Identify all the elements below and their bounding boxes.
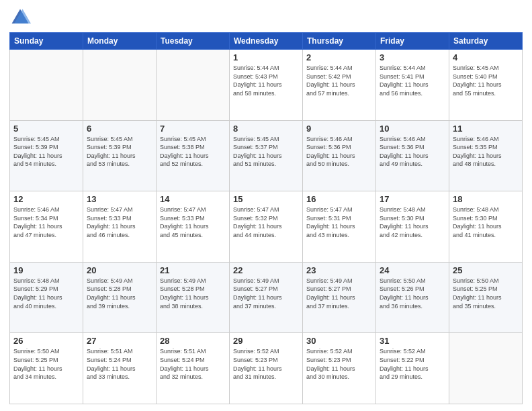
- calendar-cell: 26Sunrise: 5:50 AM Sunset: 5:25 PM Dayli…: [10, 333, 83, 404]
- day-info: Sunrise: 5:45 AM Sunset: 5:40 PM Dayligh…: [453, 64, 519, 97]
- calendar-cell: 10Sunrise: 5:46 AM Sunset: 5:36 PM Dayli…: [376, 120, 449, 191]
- day-number: 27: [87, 336, 152, 346]
- day-number: 2: [306, 52, 372, 62]
- page: SundayMondayTuesdayWednesdayThursdayFrid…: [0, 0, 532, 411]
- day-number: 26: [13, 336, 79, 346]
- day-info: Sunrise: 5:44 AM Sunset: 5:41 PM Dayligh…: [380, 64, 445, 97]
- day-info: Sunrise: 5:52 AM Sunset: 5:23 PM Dayligh…: [233, 347, 299, 381]
- calendar-cell: 1Sunrise: 5:44 AM Sunset: 5:43 PM Daylig…: [230, 50, 303, 121]
- day-info: Sunrise: 5:49 AM Sunset: 5:28 PM Dayligh…: [87, 277, 152, 310]
- day-number: 28: [160, 336, 226, 346]
- calendar-cell: 19Sunrise: 5:48 AM Sunset: 5:29 PM Dayli…: [10, 262, 83, 333]
- day-info: Sunrise: 5:47 AM Sunset: 5:31 PM Dayligh…: [306, 205, 372, 239]
- day-info: Sunrise: 5:45 AM Sunset: 5:39 PM Dayligh…: [13, 135, 79, 169]
- day-number: 25: [453, 265, 519, 275]
- day-info: Sunrise: 5:52 AM Sunset: 5:23 PM Dayligh…: [306, 347, 372, 381]
- day-number: 29: [233, 336, 299, 346]
- day-number: 17: [380, 194, 445, 204]
- calendar-cell: 30Sunrise: 5:52 AM Sunset: 5:23 PM Dayli…: [303, 333, 376, 404]
- day-info: Sunrise: 5:50 AM Sunset: 5:26 PM Dayligh…: [380, 277, 445, 310]
- day-number: 1: [233, 52, 299, 62]
- calendar-cell: [157, 50, 230, 121]
- calendar-cell: 6Sunrise: 5:45 AM Sunset: 5:39 PM Daylig…: [83, 120, 157, 191]
- calendar-cell: 27Sunrise: 5:51 AM Sunset: 5:24 PM Dayli…: [83, 333, 157, 404]
- day-info: Sunrise: 5:48 AM Sunset: 5:30 PM Dayligh…: [380, 205, 445, 239]
- col-header-tuesday: Tuesday: [157, 33, 230, 50]
- col-header-saturday: Saturday: [449, 33, 523, 50]
- calendar-cell: 31Sunrise: 5:52 AM Sunset: 5:22 PM Dayli…: [376, 333, 449, 404]
- day-info: Sunrise: 5:47 AM Sunset: 5:33 PM Dayligh…: [87, 205, 152, 239]
- calendar-cell: 2Sunrise: 5:44 AM Sunset: 5:42 PM Daylig…: [303, 50, 376, 121]
- day-number: 10: [380, 124, 445, 134]
- day-info: Sunrise: 5:48 AM Sunset: 5:30 PM Dayligh…: [453, 205, 519, 239]
- day-info: Sunrise: 5:49 AM Sunset: 5:27 PM Dayligh…: [233, 277, 299, 310]
- day-number: 3: [380, 52, 445, 62]
- day-number: 9: [306, 124, 372, 134]
- day-number: 16: [306, 194, 372, 204]
- day-info: Sunrise: 5:44 AM Sunset: 5:42 PM Dayligh…: [306, 64, 372, 97]
- day-number: 5: [13, 124, 79, 134]
- day-info: Sunrise: 5:45 AM Sunset: 5:39 PM Dayligh…: [87, 135, 152, 169]
- day-number: 21: [160, 265, 226, 275]
- calendar-cell: 28Sunrise: 5:51 AM Sunset: 5:24 PM Dayli…: [157, 333, 230, 404]
- day-info: Sunrise: 5:48 AM Sunset: 5:29 PM Dayligh…: [13, 277, 79, 310]
- calendar-cell: 12Sunrise: 5:46 AM Sunset: 5:34 PM Dayli…: [10, 191, 83, 263]
- day-number: 15: [233, 194, 299, 204]
- day-number: 18: [453, 194, 519, 204]
- day-number: 31: [380, 336, 445, 346]
- calendar-cell: 29Sunrise: 5:52 AM Sunset: 5:23 PM Dayli…: [230, 333, 303, 404]
- day-info: Sunrise: 5:52 AM Sunset: 5:22 PM Dayligh…: [380, 347, 445, 381]
- day-info: Sunrise: 5:46 AM Sunset: 5:36 PM Dayligh…: [380, 135, 445, 169]
- day-number: 19: [13, 265, 79, 275]
- calendar-cell: [10, 50, 83, 121]
- logo-icon: [9, 7, 31, 28]
- day-number: 23: [306, 265, 372, 275]
- calendar-cell: 9Sunrise: 5:46 AM Sunset: 5:36 PM Daylig…: [303, 120, 376, 191]
- calendar-cell: 4Sunrise: 5:45 AM Sunset: 5:40 PM Daylig…: [449, 50, 523, 121]
- day-info: Sunrise: 5:49 AM Sunset: 5:28 PM Dayligh…: [160, 277, 226, 310]
- day-info: Sunrise: 5:51 AM Sunset: 5:24 PM Dayligh…: [87, 347, 152, 381]
- calendar-cell: 5Sunrise: 5:45 AM Sunset: 5:39 PM Daylig…: [10, 120, 83, 191]
- day-info: Sunrise: 5:46 AM Sunset: 5:34 PM Dayligh…: [13, 205, 79, 239]
- calendar-cell: 22Sunrise: 5:49 AM Sunset: 5:27 PM Dayli…: [230, 262, 303, 333]
- calendar-cell: 20Sunrise: 5:49 AM Sunset: 5:28 PM Dayli…: [83, 262, 157, 333]
- day-number: 20: [87, 265, 152, 275]
- day-info: Sunrise: 5:49 AM Sunset: 5:27 PM Dayligh…: [306, 277, 372, 310]
- day-info: Sunrise: 5:44 AM Sunset: 5:43 PM Dayligh…: [233, 64, 299, 97]
- logo: [9, 7, 34, 28]
- calendar-cell: 8Sunrise: 5:45 AM Sunset: 5:37 PM Daylig…: [230, 120, 303, 191]
- col-header-friday: Friday: [376, 33, 449, 50]
- day-info: Sunrise: 5:47 AM Sunset: 5:33 PM Dayligh…: [160, 205, 226, 239]
- day-info: Sunrise: 5:47 AM Sunset: 5:32 PM Dayligh…: [233, 205, 299, 239]
- calendar-table: SundayMondayTuesdayWednesdayThursdayFrid…: [9, 32, 523, 404]
- day-info: Sunrise: 5:50 AM Sunset: 5:25 PM Dayligh…: [13, 347, 79, 381]
- calendar-cell: 11Sunrise: 5:46 AM Sunset: 5:35 PM Dayli…: [449, 120, 523, 191]
- calendar-cell: 24Sunrise: 5:50 AM Sunset: 5:26 PM Dayli…: [376, 262, 449, 333]
- day-number: 22: [233, 265, 299, 275]
- day-number: 12: [13, 194, 79, 204]
- calendar-cell: 23Sunrise: 5:49 AM Sunset: 5:27 PM Dayli…: [303, 262, 376, 333]
- day-info: Sunrise: 5:46 AM Sunset: 5:35 PM Dayligh…: [453, 135, 519, 169]
- header: [9, 7, 523, 28]
- col-header-thursday: Thursday: [303, 33, 376, 50]
- calendar-cell: 15Sunrise: 5:47 AM Sunset: 5:32 PM Dayli…: [230, 191, 303, 263]
- day-info: Sunrise: 5:50 AM Sunset: 5:25 PM Dayligh…: [453, 277, 519, 310]
- calendar-cell: 21Sunrise: 5:49 AM Sunset: 5:28 PM Dayli…: [157, 262, 230, 333]
- day-number: 7: [160, 124, 226, 134]
- day-number: 11: [453, 124, 519, 134]
- calendar-cell: 14Sunrise: 5:47 AM Sunset: 5:33 PM Dayli…: [157, 191, 230, 263]
- calendar-cell: 7Sunrise: 5:45 AM Sunset: 5:38 PM Daylig…: [157, 120, 230, 191]
- day-info: Sunrise: 5:51 AM Sunset: 5:24 PM Dayligh…: [160, 347, 226, 381]
- day-info: Sunrise: 5:45 AM Sunset: 5:38 PM Dayligh…: [160, 135, 226, 169]
- calendar-cell: 17Sunrise: 5:48 AM Sunset: 5:30 PM Dayli…: [376, 191, 449, 263]
- calendar-cell: 25Sunrise: 5:50 AM Sunset: 5:25 PM Dayli…: [449, 262, 523, 333]
- day-info: Sunrise: 5:45 AM Sunset: 5:37 PM Dayligh…: [233, 135, 299, 169]
- day-number: 13: [87, 194, 152, 204]
- day-number: 6: [87, 124, 152, 134]
- col-header-sunday: Sunday: [10, 33, 83, 50]
- col-header-monday: Monday: [83, 33, 157, 50]
- day-number: 8: [233, 124, 299, 134]
- day-info: Sunrise: 5:46 AM Sunset: 5:36 PM Dayligh…: [306, 135, 372, 169]
- col-header-wednesday: Wednesday: [230, 33, 303, 50]
- calendar-cell: 16Sunrise: 5:47 AM Sunset: 5:31 PM Dayli…: [303, 191, 376, 263]
